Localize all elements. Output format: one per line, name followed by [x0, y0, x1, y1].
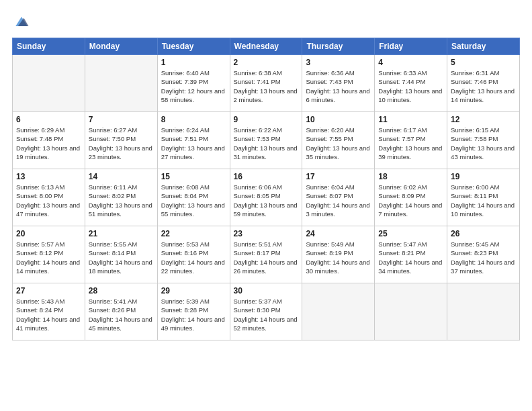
day-number: 8: [161, 115, 226, 124]
day-cell: 28Sunrise: 5:41 AM Sunset: 8:26 PM Dayli…: [85, 283, 157, 340]
day-info: Sunrise: 5:41 AM Sunset: 8:26 PM Dayligh…: [89, 297, 154, 332]
day-info: Sunrise: 5:39 AM Sunset: 8:28 PM Dayligh…: [161, 297, 226, 332]
day-number: 6: [16, 115, 81, 124]
day-number: 28: [89, 286, 154, 295]
day-info: Sunrise: 6:24 AM Sunset: 7:51 PM Dayligh…: [161, 126, 226, 161]
day-number: 4: [378, 58, 443, 67]
weekday-header-thursday: Thursday: [302, 38, 375, 55]
week-row-5: 27Sunrise: 5:43 AM Sunset: 8:24 PM Dayli…: [13, 283, 520, 340]
day-number: 29: [161, 286, 226, 295]
day-cell: [302, 283, 375, 340]
day-info: Sunrise: 5:43 AM Sunset: 8:24 PM Dayligh…: [16, 297, 81, 332]
day-number: 12: [451, 115, 516, 124]
day-cell: 7Sunrise: 6:27 AM Sunset: 7:50 PM Daylig…: [85, 112, 157, 169]
day-cell: 25Sunrise: 5:47 AM Sunset: 8:21 PM Dayli…: [375, 226, 447, 283]
day-cell: 24Sunrise: 5:49 AM Sunset: 8:19 PM Dayli…: [302, 226, 375, 283]
day-info: Sunrise: 6:13 AM Sunset: 8:00 PM Dayligh…: [16, 183, 81, 218]
weekday-header-row: SundayMondayTuesdayWednesdayThursdayFrid…: [13, 38, 520, 55]
day-number: 2: [234, 58, 299, 67]
day-cell: 20Sunrise: 5:57 AM Sunset: 8:12 PM Dayli…: [13, 226, 85, 283]
day-cell: 3Sunrise: 6:36 AM Sunset: 7:43 PM Daylig…: [302, 55, 375, 112]
header: [12, 12, 520, 31]
day-number: 22: [161, 229, 226, 238]
day-cell: 18Sunrise: 6:02 AM Sunset: 8:09 PM Dayli…: [375, 169, 447, 226]
week-row-1: 1Sunrise: 6:40 AM Sunset: 7:39 PM Daylig…: [13, 55, 520, 112]
weekday-header-saturday: Saturday: [447, 38, 520, 55]
page: SundayMondayTuesdayWednesdayThursdayFrid…: [0, 0, 532, 411]
day-number: 7: [89, 115, 154, 124]
weekday-header-tuesday: Tuesday: [157, 38, 230, 55]
weekday-header-wednesday: Wednesday: [230, 38, 302, 55]
day-number: 13: [16, 172, 81, 181]
day-cell: 23Sunrise: 5:51 AM Sunset: 8:17 PM Dayli…: [230, 226, 302, 283]
day-info: Sunrise: 6:20 AM Sunset: 7:55 PM Dayligh…: [306, 126, 371, 161]
day-info: Sunrise: 6:00 AM Sunset: 8:11 PM Dayligh…: [451, 183, 516, 218]
day-cell: 15Sunrise: 6:08 AM Sunset: 8:04 PM Dayli…: [157, 169, 230, 226]
day-number: 30: [234, 286, 299, 295]
logo-icon: [12, 12, 31, 31]
day-cell: 16Sunrise: 6:06 AM Sunset: 8:05 PM Dayli…: [230, 169, 302, 226]
day-cell: 22Sunrise: 5:53 AM Sunset: 8:16 PM Dayli…: [157, 226, 230, 283]
day-number: 26: [451, 229, 516, 238]
day-cell: 29Sunrise: 5:39 AM Sunset: 8:28 PM Dayli…: [157, 283, 230, 340]
day-number: 17: [306, 172, 371, 181]
day-number: 10: [306, 115, 371, 124]
day-number: 9: [234, 115, 299, 124]
day-info: Sunrise: 5:53 AM Sunset: 8:16 PM Dayligh…: [161, 240, 226, 275]
day-cell: [447, 283, 520, 340]
logo: [12, 12, 34, 31]
day-number: 27: [16, 286, 81, 295]
day-number: 21: [89, 229, 154, 238]
day-cell: [85, 55, 157, 112]
day-cell: 1Sunrise: 6:40 AM Sunset: 7:39 PM Daylig…: [157, 55, 230, 112]
week-row-4: 20Sunrise: 5:57 AM Sunset: 8:12 PM Dayli…: [13, 226, 520, 283]
day-info: Sunrise: 6:06 AM Sunset: 8:05 PM Dayligh…: [234, 183, 299, 218]
day-cell: 6Sunrise: 6:29 AM Sunset: 7:48 PM Daylig…: [13, 112, 85, 169]
day-info: Sunrise: 6:11 AM Sunset: 8:02 PM Dayligh…: [89, 183, 154, 218]
day-number: 14: [89, 172, 154, 181]
week-row-2: 6Sunrise: 6:29 AM Sunset: 7:48 PM Daylig…: [13, 112, 520, 169]
day-cell: [13, 55, 85, 112]
week-row-3: 13Sunrise: 6:13 AM Sunset: 8:00 PM Dayli…: [13, 169, 520, 226]
day-info: Sunrise: 6:22 AM Sunset: 7:53 PM Dayligh…: [234, 126, 299, 161]
day-cell: 2Sunrise: 6:38 AM Sunset: 7:41 PM Daylig…: [230, 55, 302, 112]
day-cell: [375, 283, 447, 340]
day-cell: 5Sunrise: 6:31 AM Sunset: 7:46 PM Daylig…: [447, 55, 520, 112]
day-cell: 14Sunrise: 6:11 AM Sunset: 8:02 PM Dayli…: [85, 169, 157, 226]
day-number: 18: [378, 172, 443, 181]
day-number: 5: [451, 58, 516, 67]
day-info: Sunrise: 6:04 AM Sunset: 8:07 PM Dayligh…: [306, 183, 371, 218]
day-number: 1: [161, 58, 226, 67]
day-info: Sunrise: 5:49 AM Sunset: 8:19 PM Dayligh…: [306, 240, 371, 275]
day-cell: 30Sunrise: 5:37 AM Sunset: 8:30 PM Dayli…: [230, 283, 302, 340]
day-info: Sunrise: 6:38 AM Sunset: 7:41 PM Dayligh…: [234, 68, 299, 104]
day-number: 23: [234, 229, 299, 238]
day-info: Sunrise: 6:02 AM Sunset: 8:09 PM Dayligh…: [378, 183, 443, 218]
day-cell: 26Sunrise: 5:45 AM Sunset: 8:23 PM Dayli…: [447, 226, 520, 283]
day-info: Sunrise: 5:47 AM Sunset: 8:21 PM Dayligh…: [378, 240, 443, 275]
day-number: 16: [234, 172, 299, 181]
day-info: Sunrise: 6:29 AM Sunset: 7:48 PM Dayligh…: [16, 126, 81, 161]
calendar-table: SundayMondayTuesdayWednesdayThursdayFrid…: [12, 38, 520, 340]
day-info: Sunrise: 6:40 AM Sunset: 7:39 PM Dayligh…: [161, 68, 226, 104]
day-number: 25: [378, 229, 443, 238]
day-info: Sunrise: 5:57 AM Sunset: 8:12 PM Dayligh…: [16, 240, 81, 275]
day-info: Sunrise: 6:36 AM Sunset: 7:43 PM Dayligh…: [306, 68, 371, 104]
day-info: Sunrise: 5:51 AM Sunset: 8:17 PM Dayligh…: [234, 240, 299, 275]
day-info: Sunrise: 5:45 AM Sunset: 8:23 PM Dayligh…: [451, 240, 516, 275]
day-number: 20: [16, 229, 81, 238]
day-cell: 17Sunrise: 6:04 AM Sunset: 8:07 PM Dayli…: [302, 169, 375, 226]
day-info: Sunrise: 5:55 AM Sunset: 8:14 PM Dayligh…: [89, 240, 154, 275]
day-cell: 13Sunrise: 6:13 AM Sunset: 8:00 PM Dayli…: [13, 169, 85, 226]
day-info: Sunrise: 6:15 AM Sunset: 7:58 PM Dayligh…: [451, 126, 516, 161]
day-number: 15: [161, 172, 226, 181]
day-cell: 10Sunrise: 6:20 AM Sunset: 7:55 PM Dayli…: [302, 112, 375, 169]
day-number: 24: [306, 229, 371, 238]
day-info: Sunrise: 5:37 AM Sunset: 8:30 PM Dayligh…: [234, 297, 299, 332]
day-number: 3: [306, 58, 371, 67]
day-cell: 4Sunrise: 6:33 AM Sunset: 7:44 PM Daylig…: [375, 55, 447, 112]
day-number: 11: [378, 115, 443, 124]
day-info: Sunrise: 6:31 AM Sunset: 7:46 PM Dayligh…: [451, 68, 516, 104]
day-cell: 19Sunrise: 6:00 AM Sunset: 8:11 PM Dayli…: [447, 169, 520, 226]
weekday-header-sunday: Sunday: [13, 38, 85, 55]
